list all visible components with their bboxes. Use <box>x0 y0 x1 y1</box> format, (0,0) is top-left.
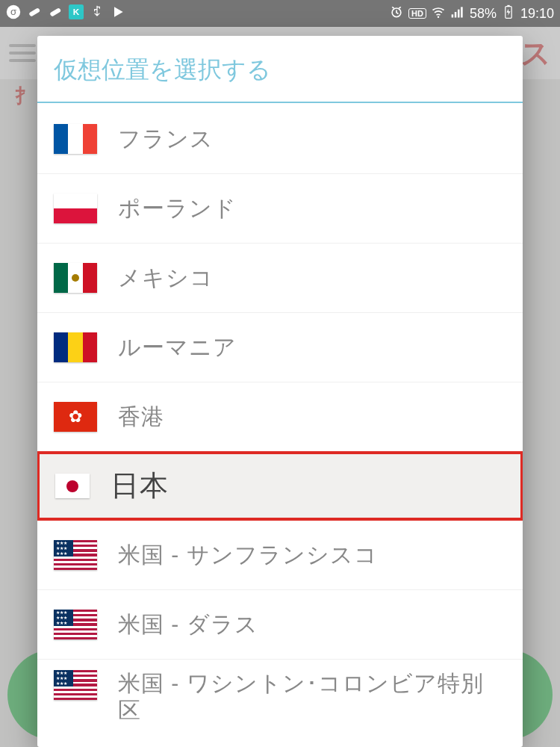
flag-mexico-icon <box>54 263 97 293</box>
android-status-bar: σ K HD 58% 19:10 <box>0 0 560 27</box>
status-bar-right: HD 58% 19:10 <box>389 4 554 23</box>
status-bar-time: 19:10 <box>520 6 554 22</box>
sigma-icon: σ <box>6 4 21 23</box>
svg-marker-6 <box>114 7 123 16</box>
svg-rect-14 <box>507 4 509 6</box>
pill-icon <box>48 4 63 23</box>
usb-icon <box>90 4 105 23</box>
flag-us-icon <box>54 670 97 700</box>
select-location-dialog: 仮想位置を選択する フランス ポーランド メキシコ ルーマニア 香港 日本 <box>37 36 523 747</box>
location-item-hongkong[interactable]: 香港 <box>37 382 523 452</box>
location-item-us-sf[interactable]: 米国 - サンフランシスコ <box>37 521 523 590</box>
location-label: 香港 <box>118 402 164 433</box>
svg-rect-9 <box>452 14 454 17</box>
location-label: 日本 <box>111 467 169 505</box>
location-label: 米国 - サンフランシスコ <box>118 540 378 571</box>
location-label: ルーマニア <box>118 332 237 363</box>
location-item-poland[interactable]: ポーランド <box>37 174 523 244</box>
flag-france-icon <box>54 124 97 154</box>
flag-poland-icon <box>54 193 97 223</box>
location-item-us-dallas[interactable]: 米国 - ダラス <box>37 590 523 660</box>
wifi-icon <box>431 4 446 23</box>
play-icon <box>111 4 125 23</box>
svg-rect-10 <box>455 12 457 18</box>
location-label: フランス <box>118 124 214 155</box>
kaspersky-icon: K <box>69 4 84 23</box>
flag-japan-icon <box>55 474 90 498</box>
flag-us-icon <box>54 610 97 639</box>
location-label: 米国 - ダラス <box>118 610 258 640</box>
svg-rect-11 <box>458 9 460 17</box>
svg-text:K: K <box>73 7 80 16</box>
location-item-us-dc[interactable]: 米国 - ワシントン･コロンビア特別区 <box>37 660 523 734</box>
status-bar-left: σ K <box>6 4 125 23</box>
hd-icon: HD <box>408 8 426 19</box>
battery-percent: 58% <box>470 6 497 22</box>
cell-signal-icon <box>450 4 465 23</box>
location-item-france[interactable]: フランス <box>37 105 523 174</box>
flag-romania-icon <box>54 332 97 362</box>
svg-point-8 <box>438 16 440 17</box>
svg-text:σ: σ <box>10 6 17 17</box>
flag-hongkong-icon <box>54 402 97 432</box>
alarm-icon <box>389 4 404 23</box>
svg-rect-3 <box>49 7 61 17</box>
svg-rect-2 <box>28 7 40 17</box>
location-item-japan[interactable]: 日本 <box>37 451 523 521</box>
dialog-divider <box>37 102 523 103</box>
location-item-mexico[interactable]: メキシコ <box>37 244 523 313</box>
flag-us-icon <box>54 540 97 570</box>
pill-icon <box>27 4 42 23</box>
dialog-title: 仮想位置を選択する <box>37 36 523 102</box>
location-label: ポーランド <box>118 193 237 224</box>
battery-charging-icon <box>501 4 516 23</box>
svg-rect-12 <box>461 7 463 17</box>
location-label: 米国 - ワシントン･コロンビア特別区 <box>118 670 506 724</box>
location-item-romania[interactable]: ルーマニア <box>37 313 523 382</box>
location-label: メキシコ <box>118 263 214 294</box>
svg-marker-15 <box>506 8 510 15</box>
location-list[interactable]: フランス ポーランド メキシコ ルーマニア 香港 日本 米国 - サンフランシス… <box>37 105 523 747</box>
